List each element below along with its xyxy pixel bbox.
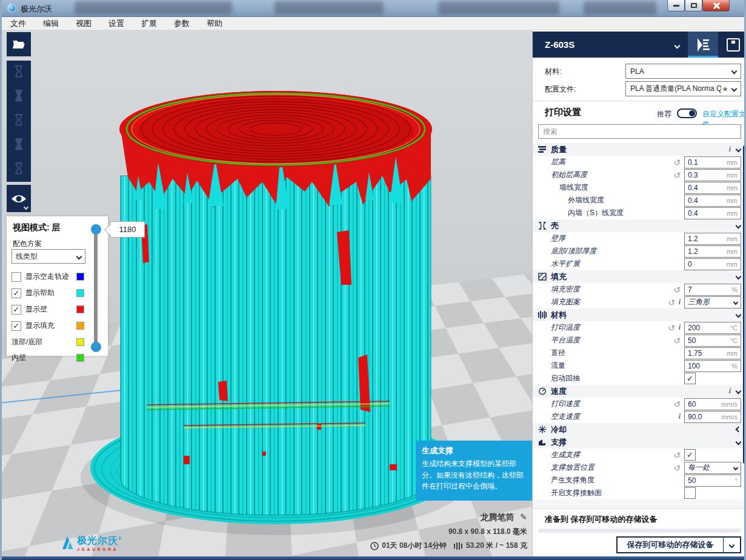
section-header-quality[interactable]: 质量i xyxy=(533,143,746,156)
reset-icon[interactable]: ↺ xyxy=(673,400,681,408)
brand-sub: JGAURORA xyxy=(77,547,122,552)
toggle-knob xyxy=(689,110,695,116)
menu-item-1[interactable]: 编辑 xyxy=(35,17,67,30)
save-options-dropdown[interactable] xyxy=(724,536,741,553)
tool-rotate-button[interactable] xyxy=(7,109,31,133)
setting-value-input[interactable]: 50°C xyxy=(684,335,741,347)
info-icon[interactable]: i xyxy=(679,323,681,332)
reset-icon[interactable]: ↺ xyxy=(668,324,675,332)
menu-item-0[interactable]: 文件 xyxy=(2,17,35,30)
reset-icon[interactable]: ↺ xyxy=(673,171,681,179)
tool-mirror-button[interactable] xyxy=(7,133,31,158)
setting-value-input[interactable]: 1.75mm xyxy=(684,347,741,359)
reset-icon[interactable]: ↺ xyxy=(673,285,681,294)
section-header-cooling[interactable]: 冷却 xyxy=(533,423,746,436)
scrollbar-thumb[interactable] xyxy=(743,145,746,464)
setting-value-input[interactable]: 0.4mm xyxy=(684,182,741,194)
tool-move-button[interactable] xyxy=(7,61,31,85)
chevron-down-icon xyxy=(729,542,735,548)
setting-unit: mm xyxy=(727,172,738,179)
progress-bar xyxy=(538,528,741,533)
section-header-speed[interactable]: 速度i xyxy=(533,385,746,398)
material-dropdown[interactable]: PLA xyxy=(625,64,741,79)
setting-unit: °C xyxy=(730,337,738,344)
chevron-down-icon xyxy=(24,205,28,210)
open-file-button[interactable] xyxy=(7,32,31,56)
tab-print-setup[interactable] xyxy=(688,32,718,58)
info-icon[interactable]: i xyxy=(729,387,731,396)
color-scheme-select[interactable]: 线类型 xyxy=(12,249,85,264)
section-header-shell[interactable]: 壳 xyxy=(533,219,746,232)
section-header-support[interactable]: 支撑 xyxy=(533,436,746,448)
section-header-material[interactable]: 材料 xyxy=(533,308,746,321)
menu-item-3[interactable]: 设置 xyxy=(100,17,133,30)
setting-value-input[interactable]: 1.2mm xyxy=(684,245,741,258)
setting-value-input[interactable]: 200°C xyxy=(684,322,741,334)
menu-item-6[interactable]: 帮助 xyxy=(198,17,231,30)
setting-value-input[interactable]: 1.2mm xyxy=(684,233,741,245)
material-usage: 53.20 米 / ~ 158 克 xyxy=(466,541,527,551)
setting-select[interactable]: 三角形 xyxy=(684,296,741,308)
reset-icon[interactable]: ↺ xyxy=(673,158,681,167)
reset-icon[interactable]: ↺ xyxy=(673,451,681,459)
tool-per-model-settings-button[interactable] xyxy=(7,158,31,182)
recommended-custom-toggle[interactable] xyxy=(677,108,697,118)
setting-value-input[interactable]: 7% xyxy=(684,284,741,296)
setting-value-input[interactable]: 100% xyxy=(684,360,741,372)
setting-select[interactable]: 每一处 xyxy=(684,462,741,474)
logo-mark xyxy=(62,536,75,550)
setting-checkbox[interactable] xyxy=(684,487,696,499)
setting-value-input[interactable]: 0.1mm xyxy=(684,156,741,168)
menu-item-5[interactable]: 参数 xyxy=(165,17,198,30)
tool-scale-button[interactable] xyxy=(7,85,31,109)
setting-value-input[interactable]: 0.3mm xyxy=(684,169,741,181)
section-label: 冷却 xyxy=(551,424,567,435)
setting-checkbox[interactable]: ✓ xyxy=(684,373,696,384)
tool-mirror-icon xyxy=(12,137,26,154)
settings-search-input[interactable] xyxy=(538,124,741,139)
info-icon[interactable]: i xyxy=(679,298,681,307)
color-scheme-label: 配色方案 xyxy=(13,239,42,249)
maximize-button[interactable] xyxy=(685,0,702,12)
menu-item-2[interactable]: 视图 xyxy=(67,17,100,30)
machine-selector-bar[interactable]: Z-603S xyxy=(533,32,746,58)
window-frame-bottom xyxy=(2,556,746,560)
setting-value-input[interactable]: 0mm xyxy=(684,258,741,270)
info-icon[interactable]: i xyxy=(679,412,681,421)
view-option-checkbox[interactable] xyxy=(12,272,21,282)
profile-dropdown[interactable]: PLA 普通质量(PLA Norma Qua ★ xyxy=(625,81,741,96)
machine-name: Z-603S xyxy=(545,39,574,50)
reset-icon[interactable]: ↺ xyxy=(673,464,681,472)
3d-viewport[interactable]: 生成支撑 生成结构来支撑模型的某些部分。如果没有这些结构，这些部件在打印过程中会… xyxy=(2,30,532,556)
view-option-checkbox[interactable]: ✓ xyxy=(12,288,21,298)
setting-value-input[interactable]: 60mm/s xyxy=(684,398,741,410)
reset-icon[interactable]: ↺ xyxy=(673,336,681,345)
view-option-checkbox[interactable]: ✓ xyxy=(12,305,21,315)
close-button[interactable] xyxy=(702,0,730,12)
setting-checkbox[interactable]: ✓ xyxy=(684,449,696,461)
setting-value-input[interactable]: 90.0mm/s xyxy=(684,411,741,423)
window-title: 极光尔沃 xyxy=(21,4,52,15)
view-option-label: 内壁 xyxy=(12,353,26,363)
save-to-removable-button[interactable]: 保存到可移动的存储设备 xyxy=(616,536,724,553)
setting-value-input[interactable]: 0.4mm xyxy=(684,207,741,219)
layer-slider-top-handle[interactable] xyxy=(91,224,101,235)
tab-monitor[interactable] xyxy=(718,32,746,58)
layer-slider-track[interactable] xyxy=(94,229,98,347)
printer-icon xyxy=(725,37,741,53)
minimize-button[interactable] xyxy=(667,0,685,12)
reset-icon[interactable]: ↺ xyxy=(668,298,675,307)
view-mode-button[interactable] xyxy=(7,185,31,212)
model-name: 龙腾笔筒 xyxy=(480,512,514,522)
edit-name-icon[interactable]: ✎ xyxy=(520,512,527,522)
info-icon[interactable]: i xyxy=(729,145,731,154)
section-header-infill[interactable]: 填充 xyxy=(533,270,746,283)
menu-item-4[interactable]: 扩展 xyxy=(133,17,165,30)
view-option-checkbox[interactable]: ✓ xyxy=(12,321,21,331)
setting-label: 底部/顶部厚度 xyxy=(551,246,596,256)
layer-slider-bottom-handle[interactable] xyxy=(91,342,101,352)
setting-value-input[interactable]: 50° xyxy=(684,475,741,487)
shell-icon xyxy=(538,222,547,230)
support-icon xyxy=(538,438,547,446)
setting-value-input[interactable]: 0.4mm xyxy=(684,195,741,207)
